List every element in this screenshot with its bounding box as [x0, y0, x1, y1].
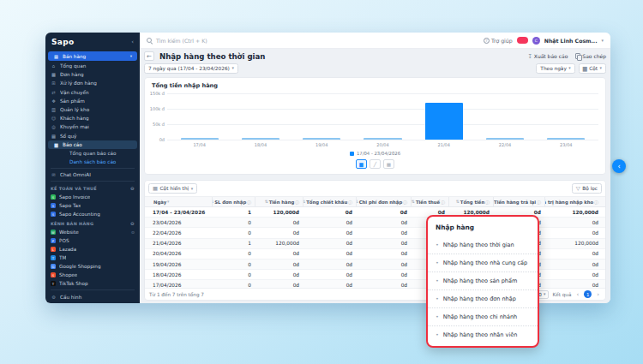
section-title: KÊNH BÁN HÀNG [51, 221, 93, 226]
column-header[interactable]: ⇅ Tiền hàng ⓘ [255, 197, 303, 206]
popup-menu-item[interactable]: • Nhập hàng theo thời gian [428, 236, 538, 254]
chart-bar[interactable] [425, 103, 463, 140]
chart-toggle-button[interactable]: ▆ [356, 159, 367, 169]
popup-menu-item[interactable]: • Nhập hàng theo nhà cung cấp [428, 254, 538, 272]
column-header[interactable]: ⇅ Tiền thuế ⓘ [411, 197, 448, 206]
help-button[interactable]: ? Trợ giúp [484, 38, 513, 44]
chart-toggle-button[interactable]: ▦ [383, 159, 394, 169]
account-name[interactable]: Nhật Linh Cosm... [544, 38, 598, 44]
popup-menu-item[interactable]: • Nhập hàng theo đơn nhập [428, 289, 538, 307]
sidebar-item-label: Vận chuyển [60, 90, 131, 95]
chart-bars [169, 93, 597, 140]
chevron-down-icon: ▾ [568, 66, 570, 70]
sidebar-section-accounting[interactable]: KẾ TOÁN VÀ THUẾ ⊖ [45, 183, 140, 193]
avatar[interactable]: C [532, 37, 540, 45]
chart-bar[interactable] [242, 138, 279, 140]
column-header-label: Tổng chiết khấu [306, 200, 347, 205]
chart-bar-slot [291, 93, 352, 140]
date-range-filter[interactable]: 7 ngày qua (17/04 - 23/04/2026) ▾ [144, 63, 238, 74]
sidebar-item[interactable]: Tổng quan báo cáo [45, 149, 140, 158]
sidebar-channel-item[interactable]: G Google Shopping [45, 262, 140, 271]
sidebar-app-item[interactable]: S Sapo Tax [45, 201, 140, 210]
collapse-section-icon[interactable]: ⊖ [130, 186, 135, 191]
popup-title: Nhập hàng [428, 222, 538, 236]
current-page-badge[interactable]: 1 [584, 290, 592, 298]
channel-icon: G [51, 264, 56, 269]
sidebar-app-item[interactable]: S Sapo Invoice [45, 193, 140, 201]
info-icon: ⓘ [247, 200, 251, 205]
back-button[interactable]: ← [144, 51, 154, 61]
sidebar-app-item[interactable]: S Sapo Accounting [45, 210, 140, 218]
prev-page-button[interactable]: ‹ [574, 291, 580, 298]
column-header[interactable]: ⇅ Tổng tiền ⓘ [448, 197, 493, 206]
visible-columns-button[interactable]: ▦ Cột hiển thị ▾ [148, 183, 197, 194]
chart-toggle-button[interactable]: ╱ [370, 159, 381, 169]
channel-icon: W [51, 230, 56, 235]
column-header-label: Tiền hàng [269, 200, 295, 205]
legend-label: 17/04 - 23/04/2026 [357, 151, 400, 156]
column-header[interactable]: ⇅ Giá trị hàng nhập kho ⓘ [544, 197, 602, 206]
sidebar-item[interactable]: ⇄ Vận chuyển [45, 88, 140, 97]
copy-button[interactable]: Sao chép [575, 53, 606, 59]
sidebar-item[interactable]: ⊞ Xử lý đơn hàng [45, 79, 140, 87]
column-header[interactable]: Ngày ▾ [148, 197, 212, 206]
popup-item-label: Nhập hàng theo thời gian [443, 242, 514, 248]
chart-type-select[interactable]: ▆ Cột ▾ [579, 63, 606, 74]
column-header[interactable]: ⇅ Tiền hàng trả lại ⓘ [493, 197, 544, 206]
sidebar-channel-item[interactable]: T TM [45, 254, 140, 262]
feedback-side-tab[interactable]: ‹ [612, 159, 626, 173]
popup-item-label: Nhập hàng theo sản phẩm [443, 277, 517, 284]
sort-icon: ⇅ [212, 200, 213, 204]
column-header[interactable]: ⇅ Chi phí đơn nhập ⓘ [356, 197, 411, 206]
sidebar-channel-item[interactable]: L Lazada [45, 245, 140, 254]
sidebar-item[interactable]: ▤ Sổ quỹ [45, 132, 140, 140]
sidebar-item-config[interactable]: ⚙ Cấu hình [45, 292, 140, 301]
chevron-down-icon[interactable]: ▾ [602, 39, 604, 43]
chart-bar[interactable] [486, 138, 524, 140]
popup-menu-item[interactable]: • Nhập hàng theo sản phẩm [428, 272, 538, 289]
sidebar-item[interactable]: ❖ Sản phẩm [45, 97, 140, 105]
chart-bar[interactable] [364, 138, 401, 140]
chart-x-axis: 17/04 18/04 19/04 20/04 21/04 22/04 23/0… [169, 142, 597, 147]
sidebar-channel-item[interactable]: P POS [45, 236, 140, 245]
group-by-select[interactable]: Theo ngày ▾ [536, 63, 574, 74]
sidebar-item-chat-omniai[interactable]: ✉ Chat OmniAI [45, 170, 140, 179]
collapse-section-icon[interactable]: ⊖ [130, 221, 135, 226]
notification-badge[interactable] [517, 37, 528, 44]
popup-item-label: Nhập hàng theo nhân viên [443, 331, 517, 338]
sidebar-item[interactable]: ☺ Khách hàng [45, 114, 140, 122]
column-header[interactable]: ⇅ SL đơn nhập ⓘ [212, 197, 255, 206]
filter-button[interactable]: ▽ Bộ lọc [572, 183, 602, 194]
sidebar-section-channels[interactable]: KÊNH BÁN HÀNG ⊖ [45, 218, 140, 228]
sidebar-app-label: Sapo Accounting [59, 212, 100, 217]
x-tick-label: 20/04 [352, 142, 413, 147]
sidebar-item[interactable]: ▤ Bán hàng ▾ [48, 51, 137, 61]
sidebar-channel-item[interactable]: S Shopee [45, 271, 140, 279]
export-report-button[interactable]: ↧ Xuất báo cáo [527, 53, 568, 60]
sidebar-item[interactable]: ▆ Báo cáo [48, 140, 137, 149]
sidebar-item[interactable]: ◎ Khuyến mại [45, 122, 140, 131]
popup-menu-item[interactable]: • Nhập hàng theo nhân viên [428, 325, 538, 343]
sidebar-item[interactable]: ▦ Đơn hàng [45, 70, 140, 79]
sidebar-collapse-icon[interactable]: ‹ [131, 39, 134, 45]
sidebar-item[interactable]: Danh sách báo cáo [45, 158, 140, 166]
popup-menu-item[interactable]: • Nhập hàng theo chi nhánh [428, 307, 538, 325]
column-header[interactable]: ⇅ Tổng chiết khấu ⓘ [303, 197, 356, 206]
next-page-button[interactable]: › [595, 291, 601, 298]
sidebar-channel-item[interactable]: W Website ⊙ [45, 228, 140, 236]
chart-bar[interactable] [181, 138, 219, 140]
sidebar-item[interactable]: ▥ Quản lý kho [45, 105, 140, 114]
import-reports-popup: Nhập hàng • Nhập hàng theo thời gian • N… [426, 215, 539, 348]
bullet-icon: • [436, 277, 439, 284]
chart-bar[interactable] [303, 138, 340, 140]
table-toolbar: ▦ Cột hiển thị ▾ ▽ Bộ lọc [145, 181, 605, 196]
x-tick-label: 22/04 [474, 142, 535, 147]
title-row: ← Nhập hàng theo thời gian ↧ Xuất báo cá… [144, 51, 606, 62]
sidebar-item[interactable]: ⌂ Tổng quan [45, 62, 140, 70]
sidebar-item-icon: ▦ [51, 72, 57, 77]
sort-icon: ⇅ [265, 200, 268, 204]
global-search-input[interactable]: Tìm kiếm (Ctrl + K) [147, 38, 207, 44]
chart-bar[interactable] [547, 138, 585, 140]
column-chart-icon: ▆ [583, 65, 587, 72]
sidebar-channel-item[interactable]: T TikTok Shop [45, 279, 140, 288]
